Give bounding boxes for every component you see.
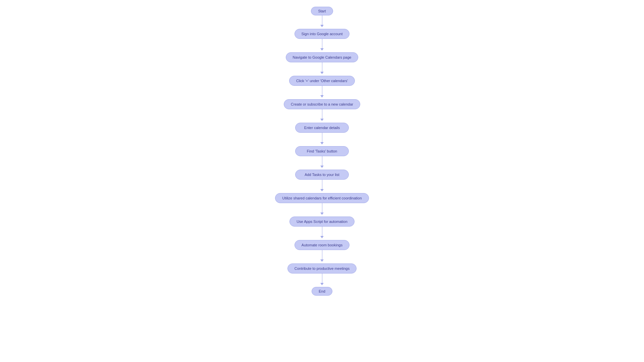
- node-automate-bookings: Automate room bookings: [294, 240, 350, 250]
- arrow-5: [320, 109, 324, 123]
- node-find-tasks: Find 'Tasks' button: [295, 146, 349, 156]
- arrow-11: [320, 250, 324, 263]
- node-apps-script: Use Apps Script for automation: [289, 217, 355, 227]
- arrow-3: [320, 62, 324, 76]
- node-shared-calendars: Utilize shared calendars for efficient c…: [275, 193, 369, 203]
- node-enter-details: Enter calendar details: [295, 123, 349, 133]
- arrow-4: [320, 86, 324, 99]
- node-end: End: [312, 287, 332, 296]
- node-start: Start: [311, 7, 333, 15]
- flowchart: Start Sign into Google account Navigate …: [0, 0, 644, 302]
- arrow-10: [320, 227, 324, 240]
- arrow-8: [320, 180, 324, 193]
- node-productive-meetings: Contribute to productive meetings: [287, 263, 357, 274]
- node-navigate: Navigate to Google Calendars page: [286, 52, 359, 62]
- arrow-2: [320, 39, 324, 52]
- arrow-6: [320, 133, 324, 146]
- arrow-12: [320, 274, 324, 287]
- arrow-7: [320, 156, 324, 170]
- node-click-plus: Click '+' under 'Other calendars': [289, 76, 355, 86]
- arrow-1: [320, 15, 324, 29]
- arrow-9: [320, 203, 324, 217]
- node-sign-in: Sign into Google account: [294, 29, 350, 39]
- node-create-subscribe: Create or subscribe to a new calendar: [284, 99, 360, 109]
- node-add-tasks: Add Tasks to your list: [295, 170, 349, 180]
